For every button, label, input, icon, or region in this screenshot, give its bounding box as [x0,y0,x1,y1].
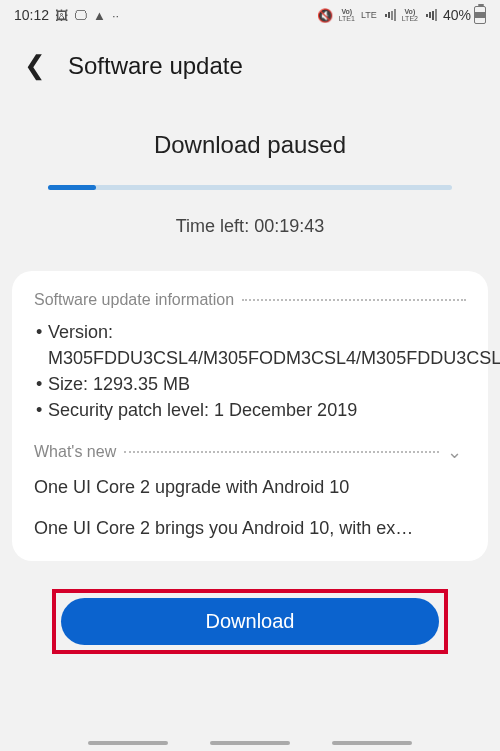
more-icon: ·· [112,8,119,23]
back-icon[interactable]: ❮ [20,46,50,85]
whats-new-body: One UI Core 2 brings you Android 10, wit… [34,518,466,539]
whats-new-header[interactable]: What's new ⌄ [34,437,466,467]
status-right: 🔇 Vo)LTE1 LTE Vo)LTE2 40% [317,6,486,24]
time-left: Time left: 00:19:43 [48,216,452,237]
status-time: 10:12 [14,7,49,23]
cast-icon: 🖵 [74,8,87,23]
whats-new-headline: One UI Core 2 upgrade with Android 10 [34,477,466,498]
whats-new-label: What's new [34,443,116,461]
status-left: 10:12 🖼 🖵 ▲ ·· [14,7,119,23]
info-version: Version: M305FDDU3CSL4/M305FODM3CSL4/M30… [34,319,466,371]
page-title: Software update [68,52,243,80]
info-section-label: Software update information [34,291,234,309]
sim1-indicator: Vo)LTE1 [339,8,355,22]
image-icon: 🖼 [55,8,68,23]
info-security: Security patch level: 1 December 2019 [34,397,466,423]
progress-bar [48,185,452,190]
battery-indicator: 40% [443,6,486,24]
download-status: Download paused Time left: 00:19:43 [0,131,500,237]
download-button[interactable]: Download [61,598,439,645]
mute-icon: 🔇 [317,8,333,23]
progress-fill [48,185,96,190]
download-title: Download paused [48,131,452,159]
nav-back[interactable] [332,741,412,745]
info-size: Size: 1293.35 MB [34,371,466,397]
nav-bar [0,741,500,745]
battery-percent: 40% [443,7,471,23]
signal2-bars [426,9,437,21]
signal1-bars [385,9,396,21]
info-card: Software update information Version: M30… [12,271,488,561]
sim2-indicator: Vo)LTE2 [402,8,418,22]
status-bar: 10:12 🖼 🖵 ▲ ·· 🔇 Vo)LTE1 LTE Vo)LTE2 40% [0,0,500,30]
info-list: Version: M305FDDU3CSL4/M305FODM3CSL4/M30… [34,319,466,423]
nav-recent[interactable] [88,741,168,745]
warning-icon: ▲ [93,8,106,23]
lte-icon: LTE [361,10,377,20]
battery-icon [474,6,486,24]
highlight-box: Download [52,589,448,654]
info-section-header: Software update information [34,291,466,309]
nav-home[interactable] [210,741,290,745]
page-header: ❮ Software update [0,30,500,97]
dots-divider [124,451,439,453]
chevron-down-icon[interactable]: ⌄ [443,437,466,467]
dots-divider [242,299,466,301]
